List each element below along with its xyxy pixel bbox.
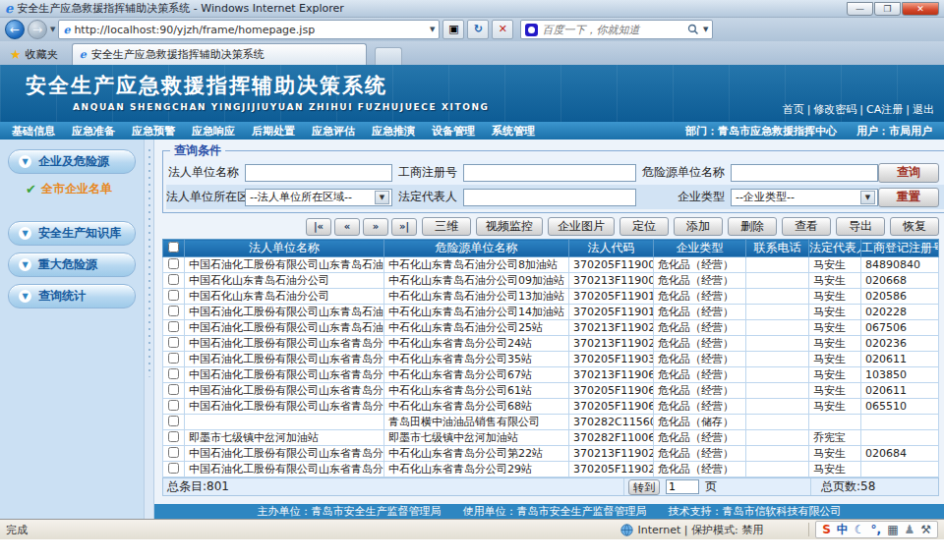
search-input[interactable] [542, 24, 683, 36]
row-checkbox[interactable] [168, 306, 179, 316]
table-cell: 马安生 [809, 367, 861, 383]
toolbar-button-2[interactable]: 企业图片 [548, 217, 615, 236]
reset-button[interactable]: 重置 [878, 188, 939, 207]
row-checkbox[interactable] [168, 416, 179, 426]
row-checkbox[interactable] [168, 400, 179, 411]
punctuation-icon[interactable]: °, [871, 522, 882, 537]
compatibility-view-button[interactable]: ▣ [442, 20, 464, 39]
chinese-mode-icon[interactable]: 中 [837, 522, 849, 537]
table-cell [746, 430, 809, 446]
column-header: 工商登记注册号 [861, 240, 939, 257]
first-page-button[interactable]: |« [306, 218, 331, 236]
business-reg-input[interactable] [463, 164, 636, 182]
department-label: 部门：青岛市应急救援指挥中心 [685, 124, 837, 139]
sidebar-group-knowledge-base[interactable]: ▼ 安全生产知识库 [8, 221, 136, 246]
menu-item-0[interactable]: 基础信息 [12, 124, 55, 139]
maximize-button[interactable]: ❐ [874, 2, 901, 16]
header-link-1[interactable]: 修改密码 [813, 102, 856, 117]
minimize-button[interactable]: — [847, 2, 873, 16]
table-row: 中国石油化工股份有限公司山东省青岛分公司中石化山东省青岛分公司68站370205… [163, 399, 939, 415]
url-text[interactable]: http://localhost:90/yjzh/frame/homepage.… [74, 24, 426, 36]
row-checkbox[interactable] [168, 290, 179, 301]
menu-item-5[interactable]: 应急评估 [312, 124, 355, 139]
search-box[interactable]: ▼ [520, 20, 713, 39]
prev-page-button[interactable]: « [334, 218, 360, 236]
sidebar-group-enterprise-danger[interactable]: ▼ 企业及危险源 [8, 149, 136, 174]
toolbar-button-3[interactable]: 定位 [620, 217, 669, 236]
table-cell: 370282F110063 [569, 430, 654, 446]
forward-button[interactable]: → [28, 20, 47, 39]
table-cell: 中石化山东省青岛分公司35站 [384, 352, 569, 367]
menu-item-4[interactable]: 后期处置 [252, 124, 295, 139]
region-select[interactable]: --法人单位所在区域-- ▼ [245, 189, 392, 206]
row-checkbox[interactable] [168, 368, 179, 379]
fullwidth-moon-icon[interactable]: ☾ [855, 522, 865, 537]
enterprise-type-select[interactable]: --企业类型-- ▼ [731, 189, 878, 206]
sogou-ime-icon[interactable]: S [822, 522, 831, 537]
select-all-checkbox[interactable] [168, 242, 179, 252]
table-cell: 370213F119024 [569, 336, 654, 352]
row-checkbox[interactable] [168, 447, 179, 458]
header-link-0[interactable]: 首页 [783, 102, 804, 117]
search-icon[interactable] [687, 24, 699, 35]
menu-item-2[interactable]: 应急预警 [132, 124, 175, 139]
next-page-button[interactable]: » [363, 218, 388, 236]
menu-item-3[interactable]: 应急响应 [192, 124, 235, 139]
new-tab-button[interactable] [375, 47, 402, 65]
toolbar-button-5[interactable]: 删除 [728, 217, 777, 236]
toolbar-button-4[interactable]: 添加 [674, 217, 723, 236]
header-link-3[interactable]: 退出 [913, 102, 934, 117]
ime-settings-icon[interactable]: ⚒ [920, 522, 931, 537]
chevron-down-icon: ▼ [375, 191, 389, 204]
refresh-button[interactable]: ↻ [467, 20, 489, 39]
header-link-2[interactable]: CA注册 [866, 102, 903, 117]
search-button[interactable]: 查询 [878, 163, 939, 183]
sidebar-group-query-statistics[interactable]: ▼ 查询统计 [8, 284, 136, 308]
soft-keyboard-icon[interactable]: ▦ [887, 522, 898, 537]
menu-item-7[interactable]: 设备管理 [432, 124, 475, 139]
toolbar-button-6[interactable]: 查看 [782, 217, 831, 236]
sidebar-item-city-enterprise-list[interactable]: ✔ 全市企业名单 [26, 181, 144, 197]
row-checkbox[interactable] [168, 384, 179, 395]
menu-item-6[interactable]: 应急推演 [372, 124, 415, 139]
legal-rep-input[interactable] [463, 189, 636, 206]
last-page-button[interactable]: »| [391, 218, 417, 236]
user-profile-icon[interactable]: ♟ [904, 522, 914, 537]
close-button[interactable]: ✕ [902, 2, 939, 16]
table-cell: 马安生 [809, 273, 861, 289]
page-content: ▼ 企业及危险源 ✔ 全市企业名单 ▼ 安全生产知识库 ▼ 重大危险源 ▼ 查询… [0, 140, 944, 519]
back-button[interactable]: ← [5, 20, 25, 39]
row-checkbox[interactable] [168, 463, 179, 474]
goto-page-button[interactable]: 转到 [628, 479, 660, 495]
url-box[interactable]: e http://localhost:90/yjzh/frame/homepag… [58, 20, 440, 39]
row-checkbox-cell [163, 430, 185, 446]
menu-item-8[interactable]: 系统管理 [492, 124, 535, 139]
row-checkbox[interactable] [168, 258, 179, 269]
toolbar-button-0[interactable]: 三维 [422, 217, 471, 236]
row-checkbox[interactable] [168, 274, 179, 285]
legal-name-input[interactable] [245, 164, 392, 182]
zone-text: Internet | 保护模式: 禁用 [638, 523, 764, 537]
sidebar-collapse-handle[interactable] [144, 140, 154, 519]
stop-button[interactable]: ✕ [492, 20, 513, 39]
row-checkbox[interactable] [168, 431, 179, 442]
sidebar-group-major-danger[interactable]: ▼ 重大危险源 [8, 252, 136, 277]
browser-tab[interactable]: e 安全生产应急救援指挥辅助决策系统 [72, 43, 367, 65]
toolbar-button-8[interactable]: 恢复 [890, 217, 939, 236]
table-cell [861, 415, 939, 430]
toolbar-button-7[interactable]: 导出 [836, 217, 885, 236]
favorites-button[interactable]: ★ 收藏夹 [4, 45, 64, 65]
row-checkbox[interactable] [168, 337, 179, 348]
page-number-input[interactable] [666, 479, 699, 494]
table-row: 中国石油化工股份有限公司山东省青岛分公司中石化山东省青岛分公司35站370205… [163, 352, 939, 367]
history-dropdown-icon[interactable]: ▼ [50, 26, 55, 33]
menu-item-1[interactable]: 应急准备 [72, 124, 115, 139]
table-cell [809, 415, 861, 430]
search-dropdown-icon[interactable]: ▼ [703, 26, 708, 33]
danger-name-input[interactable] [731, 164, 878, 182]
row-checkbox[interactable] [168, 353, 179, 364]
table-cell: 危化品（储存） [654, 415, 746, 430]
toolbar-button-1[interactable]: 视频监控 [476, 217, 543, 236]
url-dropdown-icon[interactable]: ▼ [430, 26, 435, 33]
row-checkbox[interactable] [168, 321, 179, 332]
